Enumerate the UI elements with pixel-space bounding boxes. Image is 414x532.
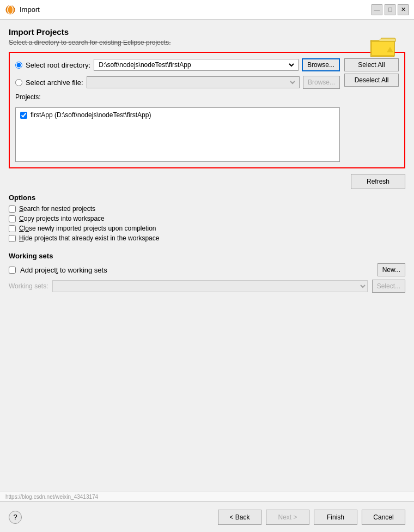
- option-hide-existing: Hide projects that already exist in the …: [9, 234, 405, 242]
- archive-browse-button: Browse...: [303, 76, 340, 89]
- archive-file-label: Select archive file:: [26, 78, 83, 87]
- root-directory-row: Select root directory: D:\soft\nodejs\no…: [15, 58, 340, 71]
- hide-existing-label: Hide projects that already exist in the …: [19, 234, 159, 242]
- watermark-text: https://blog.csdn.net/weixin_43413174: [5, 494, 98, 500]
- working-sets-select: [52, 280, 367, 292]
- refresh-button[interactable]: Refresh: [351, 174, 405, 189]
- footer: ? < Back Next > Finish Cancel: [0, 501, 414, 532]
- finish-button[interactable]: Finish: [314, 510, 357, 525]
- page-subtitle: Select a directory to search for existin…: [9, 39, 367, 46]
- archive-file-radio[interactable]: [15, 79, 22, 86]
- new-working-set-button[interactable]: New...: [378, 263, 405, 276]
- root-directory-label: Select root directory:: [26, 61, 90, 69]
- options-section: Options Search for nested projects Copy …: [9, 194, 405, 244]
- copy-projects-checkbox[interactable]: [9, 215, 16, 222]
- archive-file-row: Select archive file: Browse...: [15, 76, 340, 89]
- cancel-button[interactable]: Cancel: [362, 510, 405, 525]
- option-nested-projects: Search for nested projects: [9, 205, 405, 213]
- option-copy-projects: Copy projects into workspace: [9, 215, 405, 222]
- root-directory-combo[interactable]: D:\soft\nodejs\nodeTest\firstApp: [94, 59, 299, 71]
- working-sets-title: Working sets: [9, 252, 405, 260]
- hide-existing-checkbox[interactable]: [9, 235, 16, 242]
- working-sets-input-row: Working sets: Select...: [9, 280, 405, 293]
- project-item-label: firstApp (D:\soft\nodejs\nodeTest\firstA…: [31, 111, 151, 119]
- root-directory-radio[interactable]: [15, 62, 22, 69]
- options-title: Options: [9, 194, 405, 202]
- next-button[interactable]: Next >: [266, 510, 309, 525]
- window-title: Import: [20, 5, 40, 14]
- watermark-bar: https://blog.csdn.net/weixin_43413174: [0, 492, 414, 501]
- app-icon: [5, 5, 15, 15]
- add-working-sets-label: Add projectt to working sets: [20, 266, 107, 274]
- deselect-all-button[interactable]: Deselect All: [344, 74, 399, 87]
- select-working-set-button: Select...: [372, 280, 405, 293]
- nested-projects-label: Search for nested projects: [19, 205, 95, 213]
- projects-label: Projects:: [15, 93, 340, 101]
- project-checkbox[interactable]: [20, 112, 27, 119]
- red-section-main: Select root directory: D:\soft\nodejs\no…: [15, 58, 340, 162]
- project-item: firstApp (D:\soft\nodejs\nodeTest\firstA…: [18, 110, 337, 120]
- close-button[interactable]: ✕: [398, 4, 409, 15]
- minimize-button[interactable]: —: [372, 4, 382, 15]
- back-button[interactable]: < Back: [218, 510, 261, 525]
- title-bar: Import — □ ✕: [0, 0, 414, 20]
- dialog-body: Import Projects Select a directory to se…: [0, 20, 414, 492]
- working-sets-section: Working sets Add projectt to working set…: [9, 252, 405, 293]
- select-all-button[interactable]: Select All: [344, 58, 399, 71]
- nested-projects-checkbox[interactable]: [9, 205, 16, 213]
- page-title: Import Projects: [9, 27, 367, 37]
- maximize-button[interactable]: □: [385, 4, 395, 15]
- refresh-row: Refresh: [9, 174, 405, 189]
- red-bordered-section: Select root directory: D:\soft\nodejs\no…: [9, 52, 405, 168]
- close-imported-label: Close newly imported projects upon compl…: [19, 225, 156, 232]
- root-browse-button[interactable]: Browse...: [302, 58, 340, 71]
- dialog-header: Import Projects Select a directory to se…: [9, 27, 405, 52]
- side-buttons: Select All Deselect All: [344, 58, 399, 162]
- archive-file-combo: [87, 76, 300, 88]
- root-directory-select[interactable]: D:\soft\nodejs\nodeTest\firstApp: [96, 59, 296, 70]
- add-working-sets-checkbox[interactable]: [9, 267, 16, 274]
- copy-projects-label: Copy projects into workspace: [19, 215, 105, 222]
- working-sets-input-label: Working sets:: [9, 282, 48, 290]
- folder-icon: [370, 35, 397, 59]
- projects-list: firstApp (D:\soft\nodejs\nodeTest\firstA…: [15, 107, 340, 162]
- help-button[interactable]: ?: [9, 511, 22, 524]
- add-working-sets-row: Add projectt to working sets New...: [9, 263, 405, 276]
- window-controls: — □ ✕: [372, 4, 409, 15]
- close-imported-checkbox[interactable]: [9, 225, 16, 232]
- archive-file-select: [89, 77, 297, 88]
- option-close-imported: Close newly imported projects upon compl…: [9, 225, 405, 232]
